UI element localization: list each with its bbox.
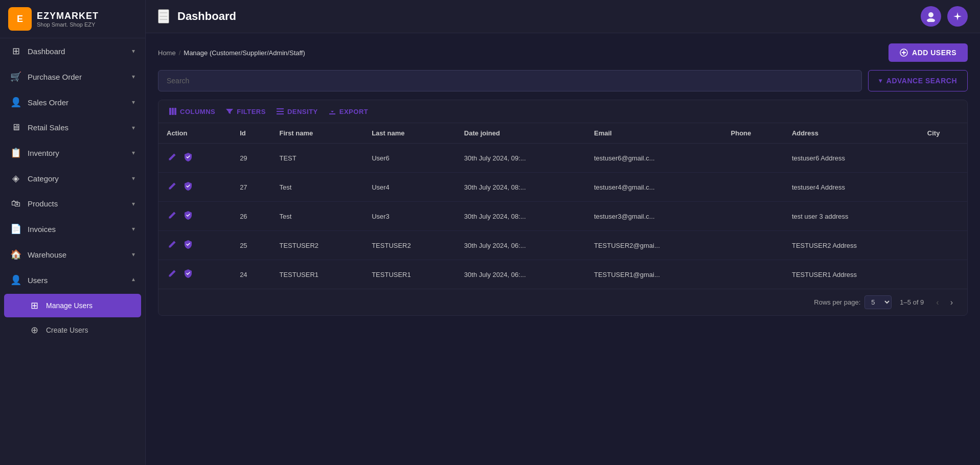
sidebar-label-warehouse: Warehouse	[28, 250, 66, 259]
city-cell	[919, 144, 967, 173]
sidebar-item-category[interactable]: ◈ Category ▾	[0, 166, 145, 191]
edit-button[interactable]	[167, 151, 178, 165]
address-cell: TESTUSER2 Address	[784, 231, 919, 260]
search-row: ▾ ADVANCE SEARCH	[158, 70, 968, 91]
col-first-name: First name	[271, 123, 363, 144]
action-cell	[158, 173, 232, 202]
purchase-order-icon: 🛒	[10, 71, 21, 82]
edit-button[interactable]	[167, 210, 178, 223]
shield-button[interactable]	[182, 151, 194, 165]
next-page-button[interactable]: ›	[946, 296, 957, 309]
topbar: ☰ Dashboard	[146, 0, 980, 33]
col-email: Email	[586, 123, 723, 144]
chevron-retail: ▾	[132, 124, 135, 131]
prev-page-button[interactable]: ‹	[932, 296, 943, 309]
first-name-cell: Test	[271, 202, 363, 231]
logo-icon: E	[8, 7, 32, 31]
sidebar-item-dashboard[interactable]: ⊞ Dashboard ▾	[0, 38, 145, 64]
phone-cell	[723, 260, 784, 289]
density-label: DENSITY	[287, 108, 318, 115]
pagination-bar: Rows per page: 5 10 25 1–5 of 9 ‹ ›	[158, 289, 967, 315]
col-action: Action	[158, 123, 232, 144]
pagination-range: 1–5 of 9	[900, 298, 924, 306]
shield-button[interactable]	[182, 209, 194, 223]
sidebar-item-retail-sales[interactable]: 🖥 Retail Sales ▾	[0, 115, 145, 140]
sidebar-item-invoices[interactable]: 📄 Invoices ▾	[0, 216, 145, 242]
columns-label: COLUMNS	[180, 108, 215, 115]
export-label: EXPORT	[339, 108, 368, 115]
sidebar-item-users[interactable]: 👤 Users ▾	[0, 267, 145, 293]
email-cell: testuser3@gmail.c...	[586, 202, 723, 231]
table-row: 26 Test User3 30th July 2024, 08:... tes…	[158, 202, 967, 231]
date-joined-cell: 30th July 2024, 06:...	[456, 260, 586, 289]
rows-per-page-select[interactable]: 5 10 25	[864, 295, 892, 309]
shield-button[interactable]	[182, 238, 194, 252]
id-cell: 26	[232, 202, 271, 231]
create-users-icon: ⊕	[29, 324, 40, 336]
sidebar-subitem-manage-users[interactable]: ⊞ Manage Users	[4, 294, 141, 317]
date-joined-cell: 30th July 2024, 08:...	[456, 202, 586, 231]
id-cell: 25	[232, 231, 271, 260]
sidebar-item-inventory[interactable]: 📋 Inventory ▾	[0, 140, 145, 166]
dashboard-icon: ⊞	[10, 45, 21, 57]
city-cell	[919, 173, 967, 202]
last-name-cell: User6	[363, 144, 456, 173]
edit-button[interactable]	[167, 239, 178, 252]
sparkle-button[interactable]	[947, 6, 968, 27]
chevron-sales: ▾	[132, 99, 135, 106]
chevron-users: ▾	[132, 276, 135, 284]
inventory-icon: 📋	[10, 147, 21, 158]
edit-button[interactable]	[167, 180, 178, 194]
filters-button[interactable]: FILTERS	[225, 107, 266, 115]
columns-button[interactable]: COLUMNS	[169, 107, 215, 115]
table-row: 29 TEST User6 30th July 2024, 09:... tes…	[158, 144, 967, 173]
last-name-cell: TESTUSER2	[363, 231, 456, 260]
col-date-joined: Date joined	[456, 123, 586, 144]
add-users-button[interactable]: ADD USERS	[888, 43, 968, 62]
sidebar-sublabel-create-users: Create Users	[46, 326, 88, 334]
date-joined-cell: 30th July 2024, 06:...	[456, 231, 586, 260]
svg-point-2	[928, 12, 933, 17]
chevron-category: ▾	[132, 175, 135, 182]
advance-search-label: ADVANCE SEARCH	[886, 77, 957, 85]
date-joined-cell: 30th July 2024, 08:...	[456, 173, 586, 202]
chevron-inventory: ▾	[132, 149, 135, 156]
sidebar-subitem-create-users[interactable]: ⊕ Create Users	[0, 318, 145, 342]
svg-rect-10	[277, 108, 284, 109]
last-name-cell: User3	[363, 202, 456, 231]
sidebar: E EZYMARKET Shop Smart. Shop EZY ⊞ Dashb…	[0, 0, 146, 465]
advance-search-button[interactable]: ▾ ADVANCE SEARCH	[868, 70, 968, 91]
action-cell	[158, 202, 232, 231]
filters-label: FILTERS	[237, 108, 266, 115]
sidebar-item-warehouse[interactable]: 🏠 Warehouse ▾	[0, 242, 145, 267]
sidebar-label-category: Category	[28, 174, 59, 183]
sidebar-label-products: Products	[28, 199, 58, 208]
export-button[interactable]: EXPORT	[328, 107, 368, 115]
shield-button[interactable]	[182, 180, 194, 194]
search-input[interactable]	[158, 70, 862, 91]
density-button[interactable]: DENSITY	[276, 107, 318, 115]
first-name-cell: TESTUSER2	[271, 231, 363, 260]
svg-rect-8	[172, 108, 174, 115]
sidebar-item-products[interactable]: 🛍 Products ▾	[0, 191, 145, 216]
chevron-advance-icon: ▾	[879, 77, 882, 84]
sidebar-item-sales-order[interactable]: 👤 Sales Order ▾	[0, 89, 145, 115]
sidebar-label-invoices: Invoices	[28, 225, 56, 234]
category-icon: ◈	[10, 173, 21, 184]
id-cell: 29	[232, 144, 271, 173]
col-address: Address	[784, 123, 919, 144]
svg-rect-11	[277, 111, 284, 112]
pagination-nav: ‹ ›	[932, 296, 957, 309]
avatar-button[interactable]	[921, 6, 941, 27]
shield-button[interactable]	[182, 267, 194, 282]
action-cell	[158, 260, 232, 289]
last-name-cell: TESTUSER1	[363, 260, 456, 289]
sidebar-item-purchase-order[interactable]: 🛒 Purchase Order ▾	[0, 64, 145, 89]
edit-button[interactable]	[167, 268, 178, 281]
action-cell	[158, 231, 232, 260]
app-name: EZYMARKET	[37, 11, 99, 21]
address-cell: test user 3 address	[784, 202, 919, 231]
col-last-name: Last name	[363, 123, 456, 144]
breadcrumb-home[interactable]: Home	[158, 49, 176, 57]
hamburger-button[interactable]: ☰	[158, 9, 169, 24]
